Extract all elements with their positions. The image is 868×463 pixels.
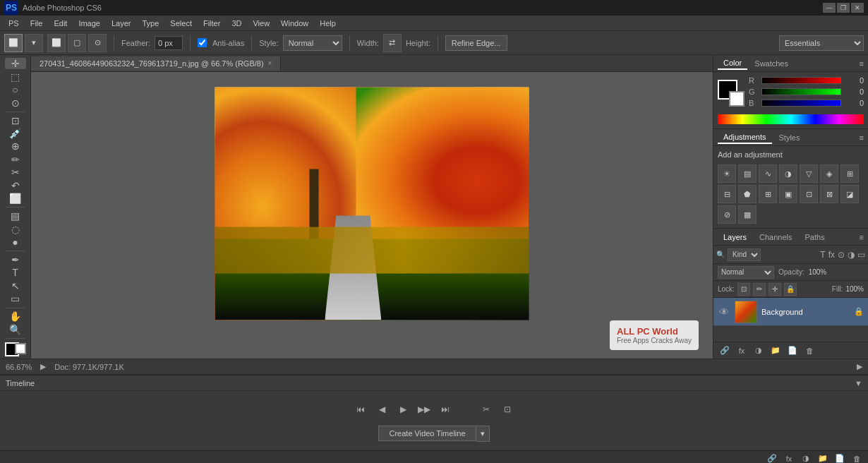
adjustments-panel-options[interactable]: ≡ bbox=[860, 133, 864, 142]
play-btn[interactable]: ▶ bbox=[395, 402, 411, 417]
tab-channels[interactable]: Channels bbox=[754, 232, 797, 243]
b-slider[interactable] bbox=[761, 100, 841, 107]
vibrance-adj-icon[interactable]: ▽ bbox=[800, 164, 818, 183]
swap-dimensions-btn[interactable]: ⇄ bbox=[383, 34, 402, 52]
path-select-tool[interactable]: ↖ bbox=[5, 280, 26, 291]
background-swatch[interactable] bbox=[729, 91, 745, 107]
brush-tool[interactable]: ✏ bbox=[5, 154, 26, 165]
status-arrow-icon[interactable]: ▶ bbox=[857, 362, 862, 371]
layer-filter-icon5[interactable]: ▭ bbox=[857, 250, 865, 260]
g-slider[interactable] bbox=[761, 88, 841, 95]
eyedropper-tool[interactable]: 💉 bbox=[5, 128, 26, 139]
layer-filter-icon2[interactable]: fx bbox=[828, 250, 835, 260]
posterize-adj-icon[interactable]: ⊠ bbox=[820, 185, 838, 203]
hsl-adj-icon[interactable]: ◈ bbox=[820, 164, 838, 183]
delete-layer-btn[interactable]: 🗑 bbox=[802, 344, 816, 358]
menu-type[interactable]: Type bbox=[137, 18, 165, 29]
eraser-tool[interactable]: ⬜ bbox=[5, 193, 26, 204]
marquee-tool[interactable]: ⬚ bbox=[5, 71, 26, 82]
gradient-tool[interactable]: ▤ bbox=[5, 210, 26, 222]
menu-3d[interactable]: 3D bbox=[226, 18, 247, 29]
close-button[interactable]: ✕ bbox=[851, 3, 864, 13]
convert-btn[interactable]: ⊡ bbox=[500, 402, 515, 417]
clone-tool[interactable]: ✂ bbox=[5, 167, 26, 178]
rounded-marquee-btn[interactable]: ▢ bbox=[68, 34, 86, 52]
lasso-tool[interactable]: ○ bbox=[5, 84, 26, 95]
layer-filter-icon3[interactable]: ⊙ bbox=[838, 250, 845, 260]
curves-adj-icon[interactable]: ∿ bbox=[759, 164, 777, 183]
quick-select-tool[interactable]: ⊙ bbox=[5, 97, 26, 108]
shape-tool[interactable]: ▭ bbox=[5, 293, 26, 304]
colorlookup-adj-icon[interactable]: ▣ bbox=[779, 185, 797, 203]
menu-window[interactable]: Window bbox=[275, 18, 314, 29]
document-tab[interactable]: 270431_460864490632324_769613719_n.jpg @… bbox=[31, 56, 281, 71]
scissors-btn[interactable]: ✂ bbox=[478, 402, 494, 417]
add-style-btn[interactable]: fx bbox=[735, 344, 749, 358]
move-tool[interactable]: ✛ bbox=[5, 58, 26, 69]
next-frame-btn[interactable]: ▶▶ bbox=[416, 402, 432, 417]
menu-filter[interactable]: Filter bbox=[198, 18, 226, 29]
menu-ps[interactable]: PS bbox=[3, 18, 25, 29]
layer-item-background[interactable]: 👁 Background 🔒 bbox=[713, 298, 868, 326]
menu-view[interactable]: View bbox=[247, 18, 275, 29]
close-tab-icon[interactable]: × bbox=[268, 59, 272, 67]
add-mask-btn[interactable]: ◑ bbox=[752, 344, 766, 358]
bottom-new-icon[interactable]: 📄 bbox=[833, 452, 847, 464]
bottom-trash-icon[interactable]: 🗑 bbox=[850, 452, 864, 464]
pen-tool[interactable]: ✒ bbox=[5, 254, 26, 265]
lock-image-btn[interactable]: ✏ bbox=[753, 283, 766, 296]
colorbalance-adj-icon[interactable]: ⊞ bbox=[840, 164, 859, 183]
refine-edge-button[interactable]: Refine Edge... bbox=[445, 35, 507, 51]
minimize-button[interactable]: — bbox=[823, 3, 836, 13]
go-last-btn[interactable]: ⏭ bbox=[438, 402, 453, 417]
circle-marquee-btn[interactable]: ⊙ bbox=[88, 34, 107, 52]
lock-all-btn[interactable]: 🔒 bbox=[784, 283, 797, 296]
gradientmap-adj-icon[interactable]: ▦ bbox=[738, 205, 757, 224]
create-video-timeline-button[interactable]: Create Video Timeline bbox=[378, 426, 476, 441]
tab-layers[interactable]: Layers bbox=[718, 232, 752, 243]
new-group-btn[interactable]: 📁 bbox=[768, 344, 783, 358]
bw-adj-icon[interactable]: ⊟ bbox=[718, 185, 736, 203]
color-panel-options[interactable]: ≡ bbox=[860, 59, 864, 68]
rectangular-marquee-tool[interactable]: ⬜ bbox=[4, 34, 23, 52]
channelmixer-adj-icon[interactable]: ⊞ bbox=[759, 185, 777, 203]
go-first-btn[interactable]: ⏮ bbox=[353, 402, 368, 417]
tab-styles[interactable]: Styles bbox=[773, 132, 806, 143]
menu-layer[interactable]: Layer bbox=[106, 18, 137, 29]
link-layers-btn[interactable]: 🔗 bbox=[718, 344, 732, 358]
dodge-tool[interactable]: ● bbox=[5, 236, 26, 248]
layer-filter-icon4[interactable]: ◑ bbox=[848, 250, 855, 260]
prev-frame-btn[interactable]: ◀ bbox=[374, 402, 390, 417]
exposure-adj-icon[interactable]: ◑ bbox=[779, 164, 797, 183]
text-tool[interactable]: T bbox=[5, 267, 26, 278]
menu-help[interactable]: Help bbox=[314, 18, 342, 29]
menu-select[interactable]: Select bbox=[164, 18, 198, 29]
bottom-fx-icon[interactable]: fx bbox=[782, 452, 796, 464]
style-select[interactable]: Normal Fixed Ratio Fixed Size bbox=[283, 35, 342, 51]
bottom-folder-icon[interactable]: 📁 bbox=[816, 452, 830, 464]
tab-paths[interactable]: Paths bbox=[800, 232, 831, 243]
workspace-select[interactable]: Essentials Photography Painting bbox=[779, 35, 864, 51]
new-layer-btn[interactable]: 📄 bbox=[785, 344, 800, 358]
lock-transparent-btn[interactable]: ⊡ bbox=[737, 283, 750, 296]
marquee-options[interactable]: ▾ bbox=[25, 34, 43, 52]
titlebar-controls[interactable]: — ❐ ✕ bbox=[823, 3, 864, 13]
photofilter-adj-icon[interactable]: ⬟ bbox=[738, 185, 757, 203]
tab-color[interactable]: Color bbox=[718, 57, 747, 70]
bottom-link-icon[interactable]: 🔗 bbox=[765, 452, 779, 464]
levels-adj-icon[interactable]: ▤ bbox=[738, 164, 757, 183]
square-marquee-btn[interactable]: ⬜ bbox=[47, 34, 66, 52]
layers-panel-options[interactable]: ≡ bbox=[860, 233, 864, 241]
status-expand-icon[interactable]: ▶ bbox=[40, 362, 46, 371]
history-tool[interactable]: ↶ bbox=[5, 179, 26, 191]
bottom-adjust-icon[interactable]: ◑ bbox=[799, 452, 813, 464]
healing-tool[interactable]: ⊕ bbox=[5, 140, 26, 152]
feather-input[interactable] bbox=[155, 36, 183, 50]
tab-swatches[interactable]: Swatches bbox=[749, 58, 794, 69]
menu-image[interactable]: Image bbox=[73, 18, 106, 29]
invert-adj-icon[interactable]: ⊡ bbox=[800, 185, 818, 203]
menu-edit[interactable]: Edit bbox=[48, 18, 73, 29]
color-spectrum[interactable] bbox=[718, 114, 864, 124]
zoom-tool[interactable]: 🔍 bbox=[5, 324, 26, 335]
threshold-adj-icon[interactable]: ◪ bbox=[840, 185, 859, 203]
